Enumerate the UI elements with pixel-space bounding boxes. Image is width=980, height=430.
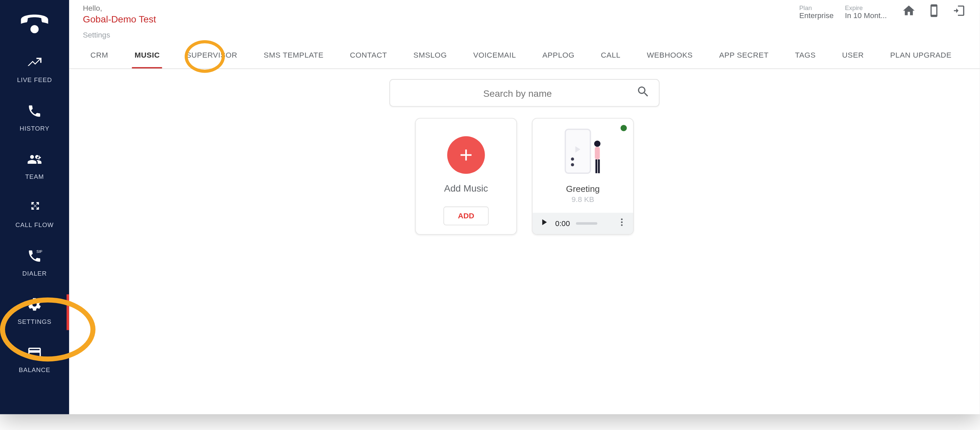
sidebar-item-history[interactable]: HISTORY [0, 95, 69, 143]
search-box[interactable] [390, 79, 660, 106]
hello-label: Hello, [83, 4, 156, 13]
add-music-title: Add Music [444, 182, 488, 193]
split-icon [27, 200, 42, 218]
phone-icon [27, 103, 42, 121]
music-item-card[interactable]: Greeting 9.8 KB 0:00 [532, 118, 634, 235]
sidebar: LIVE FEED HISTORY TEAM CALL FLOW SIP DIA… [0, 0, 69, 414]
sidebar-item-team[interactable]: TEAM [0, 143, 69, 191]
tab-call[interactable]: CALL [598, 46, 623, 68]
plan-label: Plan [799, 4, 834, 11]
gear-icon [27, 297, 42, 314]
svg-point-7 [621, 221, 623, 223]
tab-voicemail[interactable]: VOICEMAIL [471, 46, 519, 68]
search-input[interactable] [399, 87, 636, 98]
sidebar-item-label: LIVE FEED [17, 77, 52, 84]
music-size: 9.8 KB [571, 195, 594, 204]
sidebar-item-balance[interactable]: BALANCE [0, 336, 69, 384]
app-logo-icon [18, 10, 51, 35]
tab-plan-upgrade[interactable]: PLAN UPGRADE [888, 46, 954, 68]
topbar: Hello, Gobal-Demo Test Plan Enterprise E… [69, 0, 980, 24]
player-time: 0:00 [555, 219, 570, 228]
user-name: Gobal-Demo Test [83, 14, 156, 24]
tab-user[interactable]: USER [840, 46, 866, 68]
home-icon[interactable] [902, 4, 916, 20]
play-icon[interactable] [539, 217, 549, 229]
sidebar-item-settings[interactable]: SETTINGS [0, 288, 69, 336]
main-panel: Hello, Gobal-Demo Test Plan Enterprise E… [69, 0, 980, 414]
top-right: Plan Enterprise Expire In 10 Mont... [799, 4, 966, 20]
card-icon [27, 345, 42, 363]
music-illustration-icon [561, 129, 605, 178]
logout-icon[interactable] [952, 4, 966, 20]
add-button[interactable]: ADD [444, 206, 488, 225]
sidebar-item-label: SETTINGS [18, 318, 51, 325]
expire-label: Expire [845, 4, 887, 11]
tab-applog[interactable]: APPLOG [540, 46, 577, 68]
progress-bar[interactable] [576, 222, 598, 224]
sidebar-item-label: TEAM [25, 173, 44, 180]
search-icon[interactable] [636, 85, 650, 101]
sidebar-item-dialer[interactable]: SIP DIALER [0, 240, 69, 288]
svg-point-0 [30, 25, 38, 33]
team-icon [27, 152, 42, 170]
tab-tags[interactable]: TAGS [793, 46, 818, 68]
more-icon[interactable] [617, 217, 627, 229]
svg-rect-4 [596, 159, 598, 173]
sidebar-item-call-flow[interactable]: CALL FLOW [0, 192, 69, 240]
svg-point-8 [621, 224, 623, 226]
audio-player: 0:00 [533, 213, 633, 234]
plan-info: Plan Enterprise Expire In 10 Mont... [799, 4, 887, 20]
dialer-icon: SIP [27, 249, 42, 266]
settings-tabs: CRM MUSIC SUPERVISOR SMS TEMPLATE CONTAC… [69, 40, 980, 69]
sidebar-item-label: BALANCE [19, 367, 50, 373]
add-music-card: Add Music ADD [415, 118, 517, 235]
svg-rect-3 [595, 147, 600, 159]
svg-text:SIP: SIP [37, 249, 42, 254]
greeting-block: Hello, Gobal-Demo Test [83, 4, 156, 24]
trend-icon [27, 55, 42, 73]
tab-app-secret[interactable]: APP SECRET [717, 46, 771, 68]
cards-row: Add Music ADD Greeting 9.8 KB [415, 118, 634, 235]
svg-rect-5 [598, 159, 600, 173]
sidebar-item-label: CALL FLOW [16, 222, 54, 229]
add-circle-icon[interactable] [447, 136, 485, 174]
sidebar-item-label: DIALER [22, 270, 46, 277]
tab-contact[interactable]: CONTACT [347, 46, 390, 68]
tab-smslog[interactable]: SMSLOG [411, 46, 449, 68]
status-dot-icon [621, 125, 627, 131]
tab-supervisor[interactable]: SUPERVISOR [184, 46, 240, 68]
svg-point-2 [594, 141, 601, 147]
expire-value: In 10 Mont... [845, 11, 887, 20]
sidebar-item-live-feed[interactable]: LIVE FEED [0, 46, 69, 95]
content: Add Music ADD Greeting 9.8 KB [69, 69, 980, 414]
plan-value: Enterprise [799, 11, 834, 20]
mobile-icon[interactable] [927, 4, 941, 20]
tab-crm[interactable]: CRM [88, 46, 111, 68]
sidebar-item-label: HISTORY [19, 125, 49, 132]
svg-point-6 [621, 218, 623, 220]
music-name: Greeting [566, 184, 600, 194]
tab-music[interactable]: MUSIC [132, 46, 162, 68]
tab-sms-template[interactable]: SMS TEMPLATE [261, 46, 326, 68]
breadcrumb: Settings [69, 24, 980, 40]
tab-webhooks[interactable]: WEBHOOKS [644, 46, 695, 68]
